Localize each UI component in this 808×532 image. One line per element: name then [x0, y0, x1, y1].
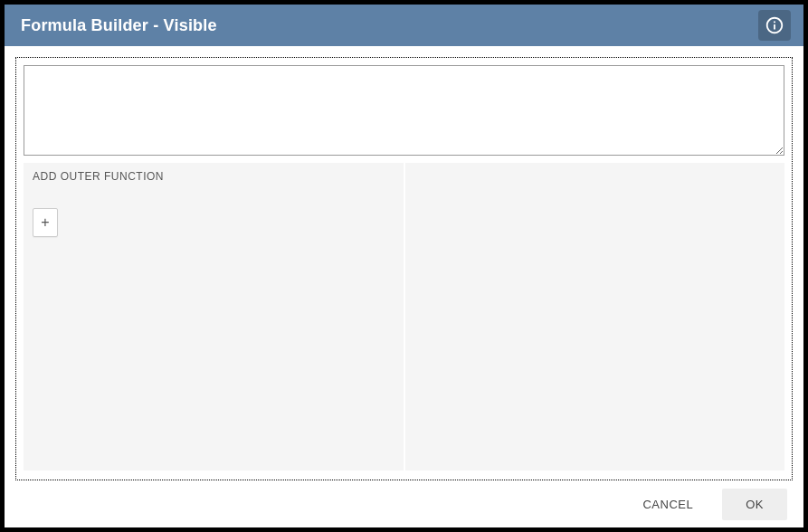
formula-builder-dialog: Formula Builder - Visible ADD OUTER FUNC…	[5, 5, 803, 527]
titlebar: Formula Builder - Visible	[5, 5, 803, 46]
info-button[interactable]	[758, 10, 791, 41]
formula-input[interactable]	[24, 65, 784, 156]
dialog-title: Formula Builder - Visible	[21, 16, 758, 35]
left-panel-scroll[interactable]: ADD OUTER FUNCTION +	[24, 163, 404, 470]
main-content: ADD OUTER FUNCTION +	[16, 58, 792, 480]
panels-row: ADD OUTER FUNCTION +	[24, 163, 784, 470]
right-panel	[414, 170, 776, 470]
left-panel: ADD OUTER FUNCTION +	[33, 170, 394, 470]
dialog-body: ADD OUTER FUNCTION +	[5, 46, 803, 480]
dialog-footer: CANCEL OK	[5, 480, 803, 527]
right-panel-scroll[interactable]	[405, 163, 785, 470]
ok-button[interactable]: OK	[722, 489, 787, 520]
add-outer-function-label: ADD OUTER FUNCTION	[33, 170, 394, 183]
add-outer-function-button[interactable]: +	[33, 208, 58, 237]
main-scroll-area[interactable]: ADD OUTER FUNCTION +	[15, 57, 793, 480]
cancel-button[interactable]: CANCEL	[628, 489, 708, 520]
info-icon	[765, 15, 784, 35]
